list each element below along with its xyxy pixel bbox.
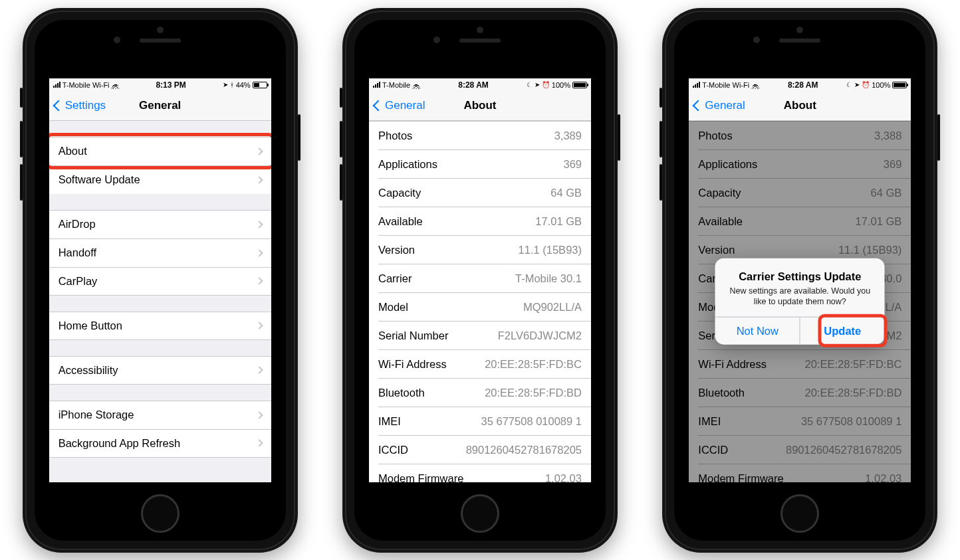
battery-pct: 44% [236,81,251,89]
location-icon: ➤ [223,82,228,88]
about-list[interactable]: Photos3,388Applications369Capacity64 GBA… [689,121,911,482]
battery-icon [572,82,587,88]
home-button[interactable] [141,494,180,533]
location-icon: ➤ [535,82,540,88]
row-label: Model [378,301,408,314]
row-value: 20:EE:28:5F:FD:BD [485,387,582,399]
about-row[interactable]: Serial NumberF2LV6DJWJCM2 [369,322,591,350]
iphone-frame-1: T-Mobile Wi-Fi 8:13 PM ➤ ᚼ 44% Settings … [23,8,298,553]
row-label: Carrier [378,272,412,285]
row-label: ICCID [378,444,408,456]
bluetooth-icon: ᚼ [230,82,234,88]
battery-icon [892,82,907,88]
row-software-update[interactable]: Software Update [49,165,271,194]
row-value: 1.02.03 [545,472,582,482]
nav-bar: General About [369,92,591,121]
clock: 8:28 AM [788,80,818,90]
about-row[interactable]: IMEI35 677508 010089 1 [369,407,591,436]
row-label: CarPlay [59,275,98,288]
row-iphone-storage[interactable]: iPhone Storage [49,401,271,429]
signal-icon [693,82,700,88]
row-handoff[interactable]: Handoff [49,238,271,267]
about-row[interactable]: Wi-Fi Address20:EE:28:5F:FD:BC [369,350,591,379]
about-row[interactable]: Version11.1 (15B93) [369,236,591,264]
row-label: Handoff [59,246,97,259]
row-carplay[interactable]: CarPlay [49,267,271,296]
dnd-icon: ☾ [846,82,852,88]
general-settings-list[interactable]: About Software Update AirDrop [49,121,271,482]
about-row[interactable]: ModelMQ902LL/A [369,293,591,322]
row-label: AirDrop [59,218,96,231]
battery-pct: 100% [552,81,570,89]
about-row[interactable]: Available17.01 GB [369,207,591,236]
alert-title: Carrier Settings Update [725,270,876,282]
battery-icon [253,82,267,88]
row-value: F2LV6DJWJCM2 [498,329,582,342]
row-label: Applications [378,158,437,171]
chevron-right-icon [255,249,263,256]
chevron-right-icon [255,439,263,446]
row-label: Accessibility [59,364,118,377]
wifi-icon [112,81,120,89]
row-accessibility[interactable]: Accessibility [49,356,271,385]
nav-bar: Settings General [49,92,271,121]
row-value: 20:EE:28:5F:FD:BC [485,358,582,371]
chevron-left-icon [372,100,384,112]
about-list[interactable]: Photos3,389Applications369Capacity64 GBA… [369,121,591,482]
alarm-icon: ⏰ [542,82,550,88]
back-button[interactable]: Settings [55,99,106,112]
row-label: Photos [378,130,412,142]
row-label: Software Update [59,173,140,186]
about-row[interactable]: Applications369 [369,150,591,179]
home-button[interactable] [780,494,819,533]
about-row[interactable]: Capacity64 GB [369,179,591,207]
chevron-right-icon [255,221,263,228]
about-row[interactable]: ICCID8901260452781678205 [369,436,591,464]
alert-not-now-button[interactable]: Not Now [715,318,800,345]
row-value: 17.01 GB [535,215,582,228]
row-label: Capacity [378,187,421,199]
alert-update-button[interactable]: Update [800,318,885,345]
row-airdrop[interactable]: AirDrop [49,210,271,238]
row-value: 35 677508 010089 1 [481,415,582,428]
carrier-label: T-Mobile Wi-Fi [62,81,110,89]
row-label: Background App Refresh [59,437,180,450]
clock: 8:28 AM [458,80,489,90]
row-value: T-Mobile 30.1 [515,272,582,285]
chevron-right-icon [255,147,263,155]
location-icon: ➤ [854,82,860,88]
about-row[interactable]: Modem Firmware1.02.03 [369,464,591,482]
back-button[interactable]: General [694,99,745,112]
chevron-right-icon [255,366,263,373]
home-button[interactable] [461,494,499,533]
chevron-left-icon [53,100,64,112]
iphone-frame-3: T-Mobile Wi-Fi 8:28 AM ☾ ➤ ⏰ 100% Genera… [662,8,937,553]
chevron-right-icon [255,322,263,329]
carrier-update-alert: Carrier Settings Update New settings are… [715,258,885,345]
row-value: 11.1 (15B93) [519,244,582,256]
status-bar: T-Mobile 8:28 AM ☾ ➤ ⏰ 100% [369,78,591,92]
row-value: MQ902LL/A [523,301,582,314]
chevron-left-icon [693,100,704,112]
row-label: Serial Number [378,329,448,342]
about-row[interactable]: Bluetooth20:EE:28:5F:FD:BD [369,379,591,407]
chevron-right-icon [255,277,263,284]
about-row[interactable]: CarrierT-Mobile 30.1 [369,264,591,293]
row-label: Bluetooth [378,387,425,399]
carrier-label: T-Mobile [382,81,410,89]
row-home-button[interactable]: Home Button [49,312,271,340]
alert-message: New settings are available. Would you li… [725,285,876,308]
row-background-app-refresh[interactable]: Background App Refresh [49,429,271,458]
row-label: About [59,145,87,157]
row-label: Home Button [59,320,122,332]
row-about[interactable]: About [49,137,271,165]
row-value: 8901260452781678205 [466,444,582,456]
carrier-label: T-Mobile Wi-Fi [702,81,749,89]
row-value: 3,389 [554,130,582,142]
back-label: General [705,99,745,112]
clock: 8:13 PM [156,80,185,90]
wifi-icon [412,81,420,89]
about-row[interactable]: Photos3,389 [369,122,591,150]
back-button[interactable]: General [374,99,425,112]
dnd-icon: ☾ [527,82,533,88]
